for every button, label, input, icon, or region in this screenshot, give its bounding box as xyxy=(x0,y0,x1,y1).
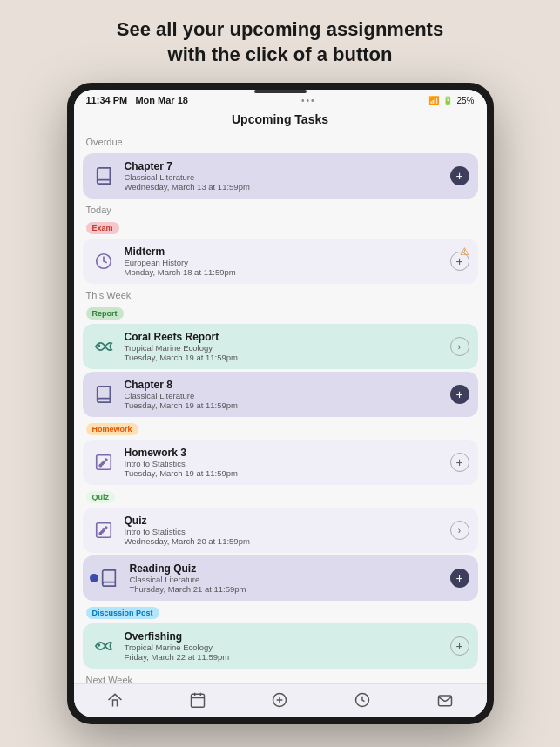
task-card-quiz: Quiz Intro to Statistics Wednesday, Marc… xyxy=(83,508,478,553)
task-info-chapter8: Chapter 8 Classical Literature Tuesday, … xyxy=(125,379,442,410)
svg-point-12 xyxy=(98,644,99,646)
task-title-midterm: Midterm xyxy=(125,246,442,258)
section-overdue-label: Overdue xyxy=(74,133,487,151)
add-button-chapter7[interactable]: + xyxy=(450,166,469,185)
svg-point-10 xyxy=(101,531,103,533)
section-thisweek-label: This Week xyxy=(74,286,487,304)
task-title-chapter8: Chapter 8 xyxy=(125,379,442,391)
task-title-quiz: Quiz xyxy=(125,515,442,527)
status-right: 📶 🔋 25% xyxy=(428,96,474,105)
nav-item-inbox[interactable] xyxy=(436,691,454,709)
status-dots: ••• xyxy=(301,96,316,105)
task-icon-fish xyxy=(91,334,116,359)
task-due-overfishing: Friday, March 22 at 11:59pm xyxy=(125,652,442,662)
task-due-coral-reefs: Tuesday, March 19 at 11:59pm xyxy=(125,353,442,362)
page-title: Upcoming Tasks xyxy=(74,109,487,133)
task-due-midterm: Monday, March 18 at 11:59pm xyxy=(125,267,442,277)
chevron-button-quiz[interactable]: › xyxy=(450,521,469,540)
tag-discussion: Discussion Post xyxy=(86,607,159,619)
task-course-midterm: European History xyxy=(125,258,442,267)
section-today-label: Today xyxy=(74,201,487,219)
chevron-button-coral-reefs[interactable]: › xyxy=(450,337,469,356)
svg-point-11 xyxy=(105,527,106,528)
svg-point-5 xyxy=(101,463,103,465)
task-info-reading-quiz: Reading Quiz Classical Literature Thursd… xyxy=(130,562,442,594)
tag-exam: Exam xyxy=(86,222,119,234)
task-course-reading-quiz: Classical Literature xyxy=(130,575,442,584)
add-button-overfishing[interactable]: + xyxy=(450,636,469,656)
task-info-midterm: Midterm European History Monday, March 1… xyxy=(125,246,442,277)
task-course-homework3: Intro to Statistics xyxy=(125,459,442,468)
screen: 11:34 PM Mon Mar 18 ••• 📶 🔋 25% Upcoming… xyxy=(74,90,487,717)
task-icon-book xyxy=(91,164,116,188)
task-title-chapter7: Chapter 7 xyxy=(125,160,442,172)
task-info-quiz: Quiz Intro to Statistics Wednesday, Marc… xyxy=(125,515,442,546)
tag-quiz: Quiz xyxy=(86,491,116,503)
task-due-chapter7: Wednesday, March 13 at 11:59pm xyxy=(125,182,442,192)
task-info-coral-reefs: Coral Reefs Report Tropical Marine Ecolo… xyxy=(125,331,442,362)
task-course-chapter8: Classical Literature xyxy=(125,391,442,400)
blue-dot-reading-quiz xyxy=(90,574,98,582)
task-icon-fish2 xyxy=(91,634,116,658)
task-card-overfishing: Overfishing Tropical Marine Ecology Frid… xyxy=(83,623,478,669)
bottom-nav xyxy=(74,683,487,717)
task-info-chapter7: Chapter 7 Classical Literature Wednesday… xyxy=(125,160,442,192)
wifi-icon: 📶 xyxy=(428,96,439,105)
headline: See all your upcoming assignments with t… xyxy=(82,17,478,67)
task-info-homework3: Homework 3 Intro to Statistics Tuesday, … xyxy=(125,447,442,478)
task-card-homework3: Homework 3 Intro to Statistics Tuesday, … xyxy=(83,440,478,485)
tag-homework: Homework xyxy=(86,423,138,435)
task-card-reading-quiz: Reading Quiz Classical Literature Thursd… xyxy=(83,555,478,601)
svg-rect-13 xyxy=(191,695,204,708)
task-card-chapter7: Chapter 7 Classical Literature Wednesday… xyxy=(83,153,478,199)
add-button-homework3[interactable]: + xyxy=(450,453,469,472)
tag-report: Report xyxy=(86,307,124,320)
task-due-homework3: Tuesday, March 19 at 11:59pm xyxy=(125,468,442,478)
task-icon-book3 xyxy=(97,566,121,590)
task-title-overfishing: Overfishing xyxy=(125,630,442,643)
task-icon-clock xyxy=(91,249,116,273)
svg-point-1 xyxy=(98,345,99,347)
add-button-chapter8[interactable]: + xyxy=(450,385,469,404)
battery-icon: 🔋 xyxy=(442,96,453,105)
task-icon-book2 xyxy=(91,382,116,407)
task-title-reading-quiz: Reading Quiz xyxy=(130,562,442,575)
task-icon-scatter1 xyxy=(91,450,116,474)
task-course-chapter7: Classical Literature xyxy=(125,172,442,182)
screen-content: Upcoming Tasks Overdue Chapter 7 Classic… xyxy=(74,109,487,683)
task-title-coral-reefs: Coral Reefs Report xyxy=(125,331,442,343)
device-frame: 11:34 PM Mon Mar 18 ••• 📶 🔋 25% Upcoming… xyxy=(67,83,494,724)
section-nextweek-label: Next Week xyxy=(74,671,487,683)
nav-item-add[interactable] xyxy=(271,691,288,709)
task-icon-scatter2 xyxy=(91,518,116,542)
status-time: 11:34 PM Mon Mar 18 xyxy=(86,95,188,105)
task-card-coral-reefs: Coral Reefs Report Tropical Marine Ecolo… xyxy=(83,324,478,369)
warning-icon-midterm: ⚠ xyxy=(460,246,469,258)
task-course-overfishing: Tropical Marine Ecology xyxy=(125,643,442,652)
task-due-reading-quiz: Thursday, March 21 at 11:59pm xyxy=(130,584,442,594)
task-info-overfishing: Overfishing Tropical Marine Ecology Frid… xyxy=(125,630,442,662)
svg-point-6 xyxy=(105,459,106,461)
task-due-quiz: Wednesday, March 20 at 11:59pm xyxy=(125,536,442,546)
task-course-coral-reefs: Tropical Marine Ecology xyxy=(125,343,442,353)
nav-item-home[interactable] xyxy=(106,691,124,709)
device-notch xyxy=(254,90,307,93)
add-button-reading-quiz[interactable]: + xyxy=(450,569,469,588)
task-title-homework3: Homework 3 xyxy=(125,447,442,459)
nav-item-calendar[interactable] xyxy=(189,691,206,709)
task-course-quiz: Intro to Statistics xyxy=(125,527,442,536)
nav-item-history[interactable] xyxy=(354,691,371,709)
task-card-chapter8: Chapter 8 Classical Literature Tuesday, … xyxy=(83,372,478,417)
task-due-chapter8: Tuesday, March 19 at 11:59pm xyxy=(125,400,442,410)
task-card-midterm: Midterm European History Monday, March 1… xyxy=(83,239,478,284)
